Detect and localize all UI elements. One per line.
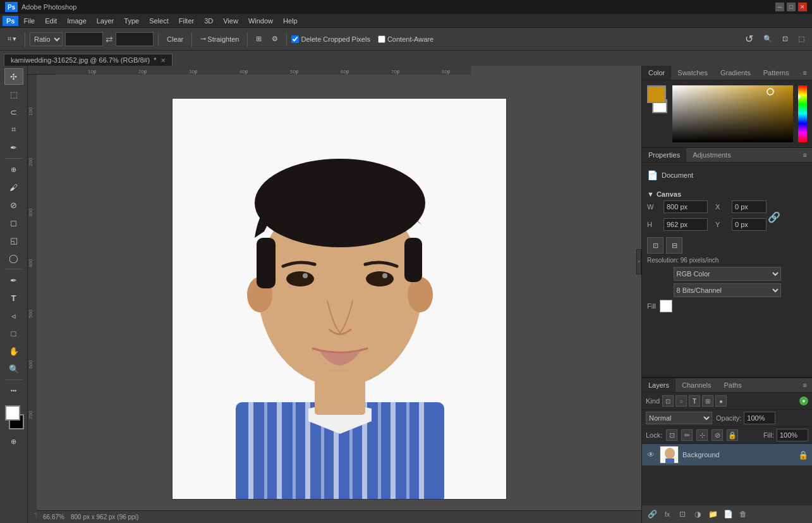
lock-pixels-icon[interactable]: ⊡ — [666, 429, 677, 441]
canvas-section-header[interactable]: ▼ Canvas — [647, 188, 807, 200]
tab-channels[interactable]: Channels — [676, 378, 717, 392]
menu-file[interactable]: File — [18, 16, 40, 26]
ratio-select[interactable]: Ratio — [30, 32, 63, 46]
portrait-icon-btn[interactable]: ⊡ — [647, 237, 664, 254]
layer-new-icon[interactable]: 📄 — [722, 508, 734, 520]
layer-background[interactable]: 👁 Background 🔒 — [642, 444, 812, 465]
menu-select[interactable]: Select — [144, 16, 174, 26]
menu-window[interactable]: Window — [243, 16, 278, 26]
menu-type[interactable]: Type — [119, 16, 144, 26]
eraser-tool[interactable]: ◻ — [4, 214, 23, 231]
layer-fx-icon[interactable]: fx — [661, 508, 674, 520]
content-aware-checkbox[interactable] — [378, 35, 385, 43]
path-selection-tool[interactable]: ◃ — [4, 307, 23, 324]
window-controls[interactable]: ─ □ ✕ — [775, 3, 807, 11]
mode-select[interactable]: RGB Color — [674, 267, 781, 281]
layout-button[interactable]: ⊡ — [779, 33, 792, 45]
tab-gradients[interactable]: Gradients — [714, 66, 757, 80]
filter-pixel-icon[interactable]: ⊡ — [662, 395, 674, 407]
extra-tools[interactable]: ••• — [4, 383, 23, 399]
layer-delete-icon[interactable]: 🗑 — [737, 508, 749, 520]
healing-tool[interactable]: ⊕ — [4, 161, 23, 178]
delete-cropped-checkbox[interactable] — [291, 35, 299, 43]
grid-button[interactable]: ⊞ — [252, 33, 265, 45]
crop-tool[interactable]: ⌗ — [4, 121, 23, 138]
menu-layer[interactable]: Layer — [92, 16, 119, 26]
layer-group-icon[interactable]: 📁 — [706, 508, 719, 520]
filter-toggle[interactable]: ● — [799, 397, 808, 405]
hand-tool[interactable]: ✋ — [4, 343, 23, 359]
layers-panel-menu[interactable]: ≡ — [798, 378, 812, 392]
layer-link-icon[interactable]: 🔗 — [646, 508, 658, 520]
lock-paint-icon[interactable]: ✏ — [681, 429, 693, 441]
close-tab-button[interactable]: ✕ — [161, 57, 166, 64]
gradient-tool[interactable]: ◱ — [4, 232, 23, 249]
move-tool[interactable]: ✣ — [4, 68, 23, 85]
brush-tool[interactable]: 🖌 — [4, 179, 23, 195]
filter-adjustment-icon[interactable]: ○ — [676, 395, 687, 407]
pen-tool[interactable]: ✒ — [4, 272, 23, 288]
tab-adjustments[interactable]: Adjustments — [686, 148, 737, 162]
panel-collapse-button[interactable]: › — [636, 249, 641, 274]
foreground-color-swatch[interactable] — [5, 405, 20, 421]
eyedropper-tool[interactable]: ✒ — [4, 139, 23, 156]
expand-button[interactable]: ⬚ — [794, 33, 808, 45]
shape-tool[interactable]: □ — [4, 325, 23, 341]
layer-mask-icon[interactable]: ⊡ — [676, 508, 689, 520]
lock-all-icon[interactable]: 🔒 — [727, 429, 738, 441]
menu-view[interactable]: View — [218, 16, 243, 26]
document-tab[interactable]: kamiwedding-316252.jpg @ 66.7% (RGB/8#) … — [4, 54, 173, 66]
clone-tool[interactable]: ⊘ — [4, 197, 23, 213]
clear-button[interactable]: Clear — [163, 34, 187, 45]
tab-color[interactable]: Color — [642, 66, 671, 80]
maximize-button[interactable]: □ — [787, 3, 796, 11]
ratio-height-input[interactable] — [116, 32, 154, 46]
menu-edit[interactable]: Edit — [40, 16, 62, 26]
settings-button[interactable]: ⚙ — [268, 33, 282, 45]
properties-panel-menu[interactable]: ≡ — [798, 148, 812, 162]
width-input[interactable] — [664, 200, 708, 213]
text-tool[interactable]: T — [4, 290, 23, 306]
dodge-tool[interactable]: ◯ — [4, 250, 23, 266]
undo-button[interactable]: ↺ — [741, 31, 757, 47]
crop-tool-options[interactable]: ⌗ ▾ — [4, 33, 20, 45]
layer-adjustment-icon[interactable]: ◑ — [691, 508, 704, 520]
x-input[interactable] — [732, 200, 767, 213]
tab-properties[interactable]: Properties — [642, 148, 686, 162]
filter-smartobj-icon[interactable]: ● — [715, 395, 727, 407]
blend-mode-select[interactable]: Normal — [646, 412, 712, 424]
tab-layers[interactable]: Layers — [642, 378, 676, 392]
color-panel-menu[interactable]: ≡ — [798, 66, 812, 80]
landscape-icon-btn[interactable]: ⊟ — [666, 237, 682, 254]
tab-paths[interactable]: Paths — [718, 378, 748, 392]
lock-artboard-icon[interactable]: ⊘ — [712, 429, 723, 441]
search-button[interactable]: 🔍 — [760, 33, 776, 45]
lasso-tool[interactable]: ⊂ — [4, 104, 23, 120]
tab-patterns[interactable]: Patterns — [757, 66, 796, 80]
height-input[interactable] — [664, 218, 708, 231]
close-button[interactable]: ✕ — [798, 3, 807, 11]
menu-3d[interactable]: 3D — [199, 16, 218, 26]
fill-input[interactable] — [777, 429, 808, 441]
color-hue-strip[interactable] — [798, 85, 807, 142]
selection-tool[interactable]: ⬚ — [4, 86, 23, 102]
zoom-tool[interactable]: 🔍 — [4, 360, 23, 377]
foreground-color-preview[interactable] — [647, 85, 666, 103]
lock-position-icon[interactable]: ⊹ — [696, 429, 708, 441]
filter-text-icon[interactable]: T — [689, 395, 700, 407]
quick-mask-tool[interactable]: ⊕ — [4, 433, 23, 450]
menu-help[interactable]: Help — [278, 16, 303, 26]
y-input[interactable] — [732, 218, 767, 231]
fill-color-box[interactable] — [660, 300, 672, 312]
ratio-width-input[interactable] — [65, 32, 103, 46]
menu-filter[interactable]: Filter — [174, 16, 199, 26]
straighten-button[interactable]: ⊸ Straighten — [197, 33, 243, 45]
filter-shape-icon[interactable]: ⊞ — [702, 395, 713, 407]
tab-swatches[interactable]: Swatches — [671, 66, 714, 80]
bit-depth-select[interactable]: 8 Bits/Channel — [674, 283, 781, 297]
minimize-button[interactable]: ─ — [775, 3, 784, 11]
layer-visibility-toggle[interactable]: 👁 — [646, 450, 656, 460]
menu-image[interactable]: Image — [62, 16, 92, 26]
color-picker-gradient[interactable] — [672, 85, 793, 142]
opacity-input[interactable] — [744, 412, 775, 424]
